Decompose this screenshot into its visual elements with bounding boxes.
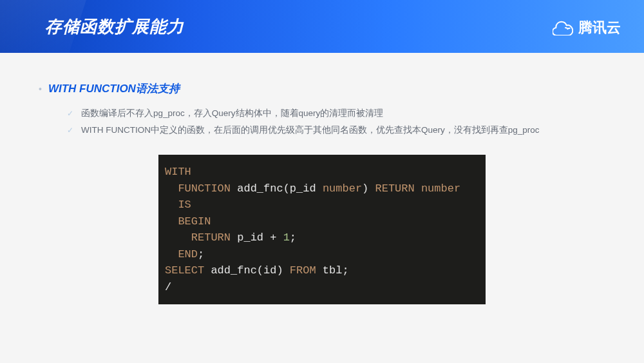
code-kw: SELECT (165, 264, 204, 277)
code-kw: FUNCTION (178, 182, 231, 195)
cloud-icon (553, 20, 573, 35)
section-heading: • WITH FUNCTION语法支持 (39, 81, 605, 96)
code-kw: RETURN (375, 182, 415, 195)
code-number: 1 (283, 231, 290, 244)
content-area: • WITH FUNCTION语法支持 ✓ 函数编译后不存入pg_proc，存入… (0, 53, 644, 304)
code-kw: RETURN (191, 231, 231, 244)
page-title: 存储函数扩展能力 (45, 15, 184, 38)
code-kw: FROM (290, 264, 316, 277)
code-snippet: WITH FUNCTION add_fnc(p_id number) RETUR… (158, 155, 486, 304)
code-text: ) (362, 182, 375, 195)
section-title: WITH FUNCTION语法支持 (48, 81, 180, 96)
check-icon: ✓ (67, 123, 73, 138)
code-text: (p_id (283, 182, 323, 195)
code-type: number (323, 182, 362, 195)
bullet-text: 函数编译后不存入pg_proc，存入Query结构体中，随着query的清理而被… (81, 105, 383, 122)
code-op: + (270, 231, 276, 244)
code-text: / (165, 281, 171, 293)
code-kw: IS (178, 199, 191, 211)
code-text: ; (198, 248, 204, 260)
code-text: ; (290, 231, 296, 244)
bullet-list: ✓ 函数编译后不存入pg_proc，存入Query结构体中，随着query的清理… (67, 105, 605, 138)
list-item: ✓ 函数编译后不存入pg_proc，存入Query结构体中，随着query的清理… (67, 105, 605, 122)
code-text: p_id (231, 231, 270, 244)
slide-header: 存储函数扩展能力 腾讯云 (0, 0, 644, 53)
code-type: number (421, 182, 460, 195)
brand-block: 腾讯云 (553, 18, 621, 37)
code-kw: END (178, 248, 198, 260)
code-text: tbl; (316, 264, 349, 277)
code-kw: BEGIN (178, 215, 211, 228)
bullet-dot-icon: • (39, 84, 42, 93)
list-item: ✓ WITH FUNCTION中定义的函数，在后面的调用优先级高于其他同名函数，… (67, 122, 605, 139)
check-icon: ✓ (67, 106, 73, 121)
bullet-text: WITH FUNCTION中定义的函数，在后面的调用优先级高于其他同名函数，优先… (81, 122, 540, 139)
code-kw: WITH (165, 166, 191, 178)
brand-text: 腾讯云 (578, 18, 621, 37)
code-ident: add_fnc (237, 182, 283, 195)
code-text: add_fnc(id) (204, 264, 290, 277)
